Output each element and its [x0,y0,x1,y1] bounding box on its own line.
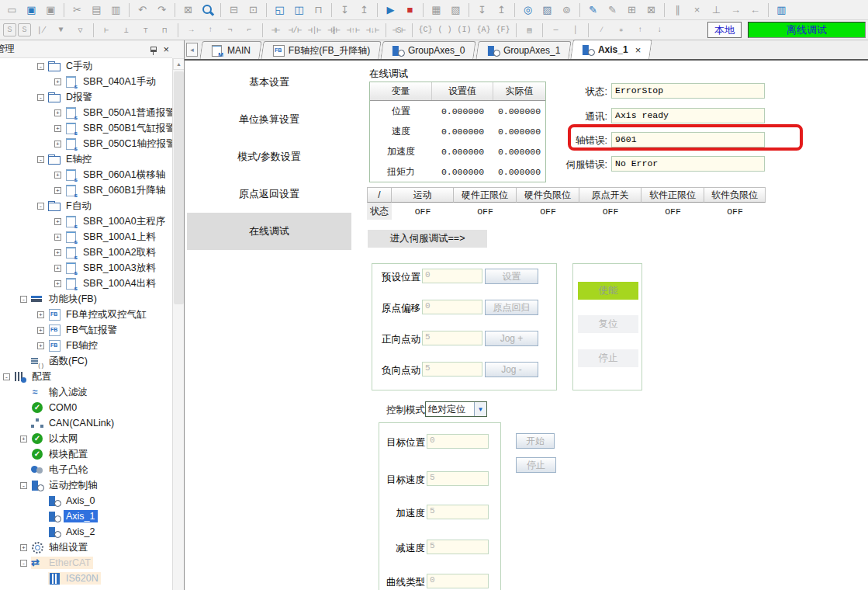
coil-icon[interactable]: ( ) [436,23,454,38]
collapse-icon[interactable]: - [37,203,44,210]
motion-input[interactable]: 5 [427,540,489,554]
collapse-icon[interactable]: - [37,156,44,163]
tree-item[interactable]: +SBR_100A3放料 [0,260,172,276]
set-block-icon[interactable]: S [3,23,16,36]
tab-groupaxes-1[interactable]: GroupAxes_1 [475,41,572,59]
contact-falling-icon[interactable]: ⊣↓⊢ [364,23,382,38]
save-all-icon[interactable]: ▣ [42,2,60,18]
settings-menu-item[interactable]: 基本设置 [187,64,351,101]
motion-input[interactable]: 0 [427,574,489,588]
tree-item[interactable]: -功能块(FB) [0,291,172,307]
download-icon[interactable]: ↧ [336,2,354,18]
tree-item[interactable]: -EtherCAT [0,555,172,571]
ladder-branch4-icon[interactable]: ⊓ [156,23,174,38]
expand-icon[interactable]: + [54,109,61,116]
contact-parallel-nc-icon[interactable]: ⊣∦⊢ [325,23,343,38]
enable-button[interactable]: 使能 [578,282,638,300]
sidebar-scrollbar[interactable]: ▲ [172,58,184,590]
home-return-button[interactable]: 原点回归 [485,300,538,315]
stop-motion-button[interactable]: 停止 [516,457,556,473]
upload-all-icon[interactable]: ↥ [493,2,510,18]
branch-tool-icon[interactable]: ∤ [33,23,50,38]
close-sidebar-icon[interactable]: × [163,44,169,54]
ladder-branch1-icon[interactable]: ⊢ [98,23,116,38]
word-monitor-icon[interactable]: ▨ [538,2,556,18]
collapse-icon[interactable]: - [20,296,27,303]
print-preview-icon[interactable]: ⊟ [225,2,243,18]
pin-icon[interactable] [150,47,157,52]
contact-nc-icon[interactable]: ⊣/⊢ [286,23,304,38]
chevron-down-icon[interactable]: ▼ [474,402,486,416]
ladder-branch3-icon[interactable]: ⊤ [137,23,154,38]
search-icon[interactable] [199,2,216,18]
tree-item[interactable]: +FB轴控 [0,338,172,353]
jog-input[interactable]: 0 [422,269,482,283]
expand-icon[interactable]: + [54,234,61,241]
tree-item[interactable]: Axis_1 [0,508,172,524]
set-button[interactable]: 设置 [485,269,538,284]
jump-in-icon[interactable]: → [727,2,745,18]
line-corner2-icon[interactable]: ⌐ [240,23,258,38]
write-edit-icon[interactable]: ✎ [584,2,602,18]
expand-icon[interactable]: + [54,125,61,132]
jog-minus-button[interactable]: Jog - [485,362,538,377]
settings-menu-item[interactable]: 单位换算设置 [187,101,351,138]
plc-grid-icon[interactable]: ▦ [427,2,445,18]
window-export-icon[interactable]: ◫ [290,2,308,18]
expand-icon[interactable]: + [54,218,61,225]
jog-input[interactable]: 5 [422,331,482,345]
coil-c-icon[interactable]: {C} [417,23,434,38]
reset-block-icon[interactable]: S [18,23,31,36]
tree-item[interactable]: COM0 [0,400,172,415]
tree-item[interactable]: +SBR_100A4出料 [0,276,172,291]
expand-icon[interactable]: + [54,141,61,148]
scroll-up-icon[interactable]: ▲ [173,58,185,70]
insert-cell-icon[interactable]: ∥ [669,2,686,18]
tree-item[interactable]: 函数(FC) [0,353,172,369]
tree-item[interactable]: +轴组设置 [0,540,172,555]
jog-input[interactable]: 0 [422,300,482,314]
collapse-icon[interactable]: - [37,94,44,101]
ladder-branch2-icon[interactable]: ⊥ [117,23,135,38]
motion-input[interactable]: 5 [427,505,489,519]
start-button[interactable]: 开始 [516,433,555,449]
tree-item[interactable]: 输入滤波 [0,384,172,400]
undo-icon[interactable]: ↶ [133,2,151,18]
hline-icon[interactable]: — [547,23,565,38]
contact-set-icon[interactable]: ⊣S⊢ [390,23,408,38]
line-corner1-icon[interactable]: ¬ [221,23,239,38]
tab-axis-1[interactable]: Axis_1× [570,40,652,59]
motion-input[interactable]: 5 [427,471,489,486]
delete-line-icon[interactable]: ∕ [593,23,610,38]
download-all-icon[interactable]: ↧ [473,2,491,18]
tree-item[interactable]: -E轴控 [0,151,172,167]
tree-item[interactable]: -配置 [0,369,172,384]
batch-edit-icon[interactable]: ⊞ [623,2,641,18]
expand-icon[interactable]: + [37,311,44,318]
jog-plus-button[interactable]: Jog + [485,331,538,346]
close-tab-icon[interactable]: × [635,44,641,56]
device-panel-icon[interactable]: ▥ [773,2,790,18]
tree-item[interactable]: Axis_0 [0,493,172,508]
cut-icon[interactable]: ✂ [68,2,86,18]
remove-cell-icon[interactable]: × [688,2,706,18]
coil-inverse-icon[interactable]: (I) [455,23,473,38]
vline-icon[interactable]: │ [566,23,584,38]
stop-axis-button[interactable]: 停止 [578,349,638,367]
enter-servo-debug-button[interactable]: 进入伺服调试==> [368,230,487,248]
tree-item[interactable]: +SBR_100A1上料 [0,229,172,245]
settings-menu-item[interactable]: 原点返回设置 [187,175,351,213]
tree-item[interactable]: +SBR_100A2取料 [0,245,172,260]
expand-icon[interactable]: + [54,249,61,256]
move-up-icon[interactable]: ↑ [631,23,649,38]
tab-fb-fb-[interactable]: FB轴控(FB_升降轴) [261,41,382,59]
test-icon[interactable]: ⊥ [707,2,725,18]
tree-item[interactable]: -C手动 [0,58,172,74]
control-mode-select[interactable]: 绝对定位 ▼ [425,401,487,417]
clear-table-icon[interactable]: ⊠ [642,2,660,18]
stop-icon[interactable]: ■ [401,2,419,18]
tree-item[interactable]: +FB单控或双控气缸 [0,307,172,322]
rtu-grid-icon[interactable]: ▧ [447,2,465,18]
tree-item[interactable]: -F自动 [0,198,172,213]
edit-icon[interactable]: ✎ [603,2,621,18]
